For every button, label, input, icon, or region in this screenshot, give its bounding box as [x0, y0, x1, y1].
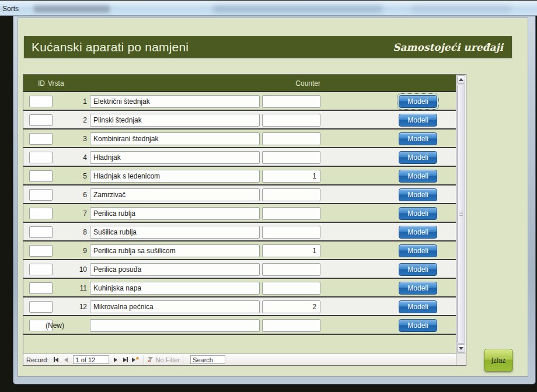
new-record-button[interactable]: *: [131, 355, 140, 364]
id-box[interactable]: [29, 133, 53, 145]
table-row: 2 Plinski štednjak Modeli: [23, 111, 456, 130]
app-title: Sorts: [2, 5, 19, 13]
counter-input[interactable]: [262, 151, 320, 164]
modeli-button[interactable]: Modeli: [399, 282, 437, 295]
table-row: (New) Modeli: [23, 316, 456, 335]
previous-record-button[interactable]: [62, 355, 71, 364]
vrsta-input[interactable]: Perilica rublja: [90, 207, 260, 220]
records-subform: ID Vrsta Counter 1 Električni štednjak M…: [23, 74, 466, 366]
table-row: 6 Zamrzivač Modeli: [23, 186, 456, 204]
modeli-button[interactable]: Modeli: [399, 188, 437, 201]
counter-input[interactable]: 1: [262, 170, 320, 183]
counter-input[interactable]: [262, 319, 320, 332]
id-box[interactable]: [29, 245, 53, 257]
vrsta-input[interactable]: Perilica rublja sa sušilicom: [90, 244, 260, 257]
counter-input[interactable]: [262, 263, 320, 276]
id-box[interactable]: [29, 96, 53, 107]
vrsta-input[interactable]: Zamrzivač: [90, 188, 260, 201]
no-filter-label: No Filter: [156, 356, 180, 363]
counter-input[interactable]: [262, 188, 320, 201]
new-record-icon: [132, 358, 135, 362]
column-header-vrsta: Vrsta: [48, 79, 64, 88]
page-title: Kućanski aparati po namjeni: [32, 40, 189, 54]
id-box[interactable]: [29, 189, 53, 201]
row-id-value: 5: [54, 172, 87, 180]
table-row: 9 Perilica rublja sa sušilicom 1 Modeli: [23, 242, 456, 260]
screen: Sorts Kućanski aparati po namjeni Samost…: [0, 0, 537, 392]
id-box[interactable]: [29, 208, 53, 219]
row-id-value: 10: [54, 265, 87, 274]
table-row: 5 Hladnjak s ledenicom 1 Modeli: [23, 167, 456, 186]
redacted-toolbar-right: [412, 5, 511, 13]
vrsta-input[interactable]: Sušilica rublja: [90, 226, 260, 239]
row-id-value: 1: [54, 97, 87, 106]
next-record-icon: [114, 358, 117, 362]
redacted-title-text: [34, 5, 110, 13]
scroll-up-button[interactable]: [457, 75, 465, 84]
row-id-value: 3: [54, 135, 87, 143]
vrsta-input[interactable]: Mikrovalna pećnica: [90, 300, 260, 313]
counter-input[interactable]: 1: [262, 244, 320, 257]
vrsta-input[interactable]: Kuhinjska napa: [90, 282, 260, 295]
vrsta-input[interactable]: Hladnjak: [90, 151, 260, 164]
counter-input[interactable]: [262, 207, 320, 220]
modeli-button[interactable]: Modeli: [399, 114, 437, 127]
counter-input[interactable]: [262, 95, 320, 108]
modeli-button[interactable]: Modeli: [399, 319, 437, 332]
search-input[interactable]: [190, 355, 225, 364]
id-box[interactable]: [29, 264, 53, 275]
modeli-button[interactable]: Modeli: [399, 132, 437, 145]
id-box[interactable]: [29, 114, 53, 126]
vrsta-input[interactable]: [90, 319, 260, 332]
id-box[interactable]: [29, 226, 53, 238]
exit-button[interactable]: Izlaz: [484, 349, 513, 372]
counter-input[interactable]: [262, 282, 320, 295]
page-subtitle: Samostojeći uređaji: [393, 41, 503, 53]
next-record-button[interactable]: [111, 355, 120, 364]
id-box[interactable]: [29, 152, 53, 163]
modeli-button[interactable]: Modeli: [399, 170, 437, 183]
record-position-box[interactable]: 1 of 12: [73, 355, 109, 364]
counter-input[interactable]: [262, 114, 320, 127]
vrsta-input[interactable]: Perilica posuđa: [90, 263, 260, 276]
modeli-button[interactable]: Modeli: [399, 244, 437, 257]
table-row: 12 Mikrovalna pećnica 2 Modeli: [23, 298, 456, 316]
form-area: Kućanski aparati po namjeni Samostojeći …: [18, 18, 528, 377]
counter-input[interactable]: 2: [262, 300, 320, 313]
id-box[interactable]: [29, 301, 53, 313]
vrsta-input[interactable]: Kombinirani štednjak: [90, 132, 260, 145]
modeli-button[interactable]: Modeli: [399, 300, 437, 313]
filter-funnel-icon: [147, 356, 154, 363]
id-box[interactable]: [29, 170, 53, 182]
modeli-button[interactable]: Modeli: [399, 207, 437, 220]
first-record-button[interactable]: [52, 355, 61, 364]
vrsta-input[interactable]: Električni štednjak: [90, 95, 260, 108]
scrollbar-grip-icon: [459, 212, 463, 216]
table-row: 8 Sušilica rublja Modeli: [23, 223, 456, 242]
vrsta-input[interactable]: Hladnjak s ledenicom: [90, 170, 260, 183]
counter-input[interactable]: [262, 226, 320, 239]
scrollbar-thumb[interactable]: [457, 85, 465, 344]
scroll-down-button[interactable]: [457, 344, 465, 353]
row-id-value: 11: [54, 284, 87, 292]
table-row: 4 Hladnjak Modeli: [23, 148, 456, 167]
vertical-scrollbar[interactable]: [456, 75, 466, 354]
modeli-button[interactable]: Modeli: [399, 151, 437, 164]
record-navigator: Record: 1 of 12: [23, 354, 456, 365]
counter-input[interactable]: [262, 132, 320, 145]
modeli-button[interactable]: Modeli: [399, 263, 437, 276]
row-id-value: 8: [54, 228, 87, 236]
table-row: 7 Perilica rublja Modeli: [23, 204, 456, 223]
new-record-star-icon: *: [136, 358, 139, 362]
exit-button-label: Izlaz: [484, 356, 512, 365]
modeli-button[interactable]: Modeli: [399, 226, 437, 239]
id-box[interactable]: [29, 282, 53, 294]
last-record-button[interactable]: [121, 355, 130, 364]
filter-indicator[interactable]: No Filter: [147, 356, 180, 363]
row-id-value: 9: [54, 247, 87, 255]
scroll-up-icon: [459, 78, 463, 81]
redacted-toolbar-icons: [213, 5, 382, 13]
vrsta-input[interactable]: Plinski štednjak: [90, 114, 260, 127]
modeli-button[interactable]: Modeli: [399, 95, 437, 108]
table-row: 11 Kuhinjska napa Modeli: [23, 279, 456, 298]
